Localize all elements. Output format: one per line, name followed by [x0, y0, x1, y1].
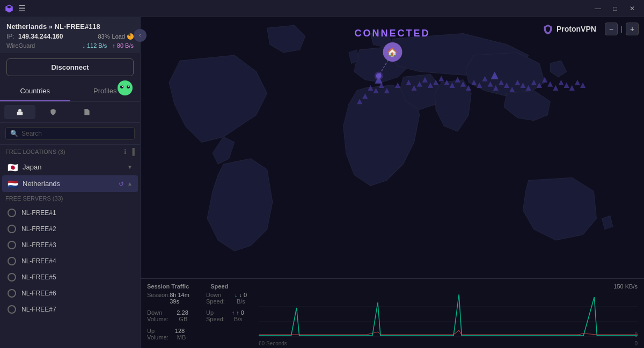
zoom-divider: |	[620, 25, 624, 33]
load-value: 83%	[98, 33, 109, 40]
main-layout: Netherlands » NL-FREE#118 IP: 149.34.244…	[0, 17, 644, 348]
server-item-nl2[interactable]: NL-FREE#2	[2, 221, 138, 237]
server-name-nl6: NL-FREE#6	[21, 290, 56, 297]
chart-time-right: 0	[634, 340, 638, 346]
filter-bar	[0, 102, 140, 123]
svg-point-4	[128, 86, 129, 87]
server-item-nl6[interactable]: NL-FREE#6	[2, 285, 138, 301]
server-item-nl7[interactable]: NL-FREE#7	[2, 301, 138, 317]
speed-max-value: 150 KB/s	[613, 283, 638, 290]
server-item-nl3[interactable]: NL-FREE#3	[2, 237, 138, 253]
zoom-controls: − | +	[605, 23, 639, 35]
info-icon[interactable]: ℹ	[124, 148, 127, 156]
filter-lock-button[interactable]	[4, 105, 35, 119]
down-speed-value: ↓ ↓ 0 B/s	[235, 292, 254, 308]
chart-time-left: 60 Seconds	[259, 340, 287, 346]
session-label: Session:	[147, 292, 170, 308]
maximize-button[interactable]: □	[608, 3, 623, 14]
netherlands-flag: 🇳🇱	[8, 180, 18, 188]
protocol-name: WireGuard	[6, 42, 35, 49]
svg-point-52	[376, 73, 382, 79]
server-dot	[8, 305, 16, 314]
logo-zoom-row: ProtonVPN − | +	[543, 23, 639, 35]
reconnect-icon[interactable]: ↺	[119, 180, 124, 188]
disconnect-button[interactable]: Disconnect	[6, 58, 134, 76]
japan-name: Japan	[23, 163, 127, 171]
tabs-bar: Countries Profiles	[0, 82, 140, 102]
chart-labels: 60 Seconds 0	[259, 340, 638, 346]
japan-flag: 🇯🇵	[8, 164, 18, 171]
up-speed-label: Up Speed:	[206, 309, 232, 326]
load-label: Load	[112, 33, 125, 40]
stats-panel: Session Traffic Speed 150 KB/s Session: …	[141, 278, 644, 348]
zoom-in-button[interactable]: +	[626, 23, 639, 35]
load-info: 83% Load	[98, 33, 134, 40]
up-speed: ↑ 80 B/s	[112, 42, 134, 49]
speed-right: 150 KB/s	[613, 283, 638, 290]
free-servers-header: FREE Servers (33)	[0, 192, 140, 205]
japan-chevron: ▼	[127, 164, 133, 170]
netherlands-chevron[interactable]: ▲	[127, 181, 133, 187]
proton-vpn-label: ProtonVPN	[557, 25, 596, 33]
server-dot	[8, 289, 16, 298]
chart-area: 60 Seconds 0 0	[259, 292, 638, 346]
server-item-nl4[interactable]: NL-FREE#4	[2, 253, 138, 269]
session-value: 8h 14m 39s	[170, 292, 195, 308]
down-speed-label: Down Speed:	[206, 292, 235, 308]
up-speed-arrow: ↑	[232, 309, 235, 316]
load-circle	[127, 33, 134, 40]
down-speed-row: Down Speed: ↓ ↓ 0 B/s	[206, 292, 254, 308]
map-area: CONNECTED 🏠 ProtonVPN − | +	[141, 17, 644, 278]
free-locations-header: FREE Locations (3) ℹ ▐	[0, 145, 140, 159]
server-dot	[8, 209, 16, 217]
svg-point-0	[118, 80, 133, 95]
server-name-nl2: NL-FREE#2	[21, 225, 56, 233]
up-speed-value: ↑ ↑ 0 B/s	[232, 309, 254, 326]
country-item-japan[interactable]: 🇯🇵 Japan ▼	[2, 159, 138, 175]
down-volume-row: Down Volume: 2.28 GB	[147, 309, 195, 326]
right-panel: CONNECTED 🏠 ProtonVPN − | +	[141, 17, 644, 348]
server-dot	[8, 257, 16, 265]
stats-grid: Session: 8h 14m 39s Down Speed: ↓ ↓ 0 B/…	[147, 292, 254, 344]
up-volume-value: 128 MB	[175, 328, 195, 344]
close-button[interactable]: ✕	[625, 3, 640, 14]
country-list: FREE Locations (3) ℹ ▐ 🇯🇵 Japan ▼ 🇳🇱 Net…	[0, 145, 140, 348]
connection-ip-row: IP: 149.34.244.160 83% Load	[6, 33, 134, 40]
collapse-button[interactable]: ‹	[134, 29, 147, 42]
search-input-wrap: 🔍	[5, 127, 135, 140]
minimize-button[interactable]: —	[590, 3, 605, 14]
netherlands-actions: ↺ ▲	[119, 180, 133, 188]
country-item-netherlands[interactable]: 🇳🇱 Netherlands ↺ ▲	[2, 175, 138, 192]
filter-arrow-button[interactable]	[105, 105, 136, 119]
ip-label: IP:	[6, 33, 14, 40]
proton-logo-icon	[4, 4, 14, 13]
free-locations-label: FREE Locations (3)	[5, 149, 65, 155]
speed-title: Speed	[210, 283, 228, 290]
filter-doc-button[interactable]	[71, 105, 103, 119]
scrollbar-indicator: ▐	[130, 148, 135, 156]
speed-zero-label: 0	[634, 332, 638, 338]
search-input[interactable]	[21, 130, 130, 137]
svg-point-3	[122, 86, 123, 87]
down-speed: ↓ 112 B/s	[82, 42, 107, 49]
server-name-nl4: NL-FREE#4	[21, 257, 56, 265]
svg-rect-5	[121, 82, 123, 86]
zoom-out-button[interactable]: −	[605, 23, 618, 35]
traffic-info: ↓ 112 B/s ↑ 80 B/s	[82, 42, 134, 49]
titlebar-left: ☰	[4, 3, 26, 13]
server-item-nl1[interactable]: NL-FREE#1	[2, 205, 138, 221]
hamburger-icon[interactable]: ☰	[18, 3, 26, 13]
down-volume-value: 2.28 GB	[177, 309, 195, 326]
server-name-nl1: NL-FREE#1	[21, 209, 56, 217]
connection-header: Netherlands » NL-FREE#118 IP: 149.34.244…	[0, 17, 140, 53]
filter-shield-button[interactable]	[38, 105, 69, 119]
window-controls: — □ ✕	[590, 3, 640, 14]
mascot-icon	[115, 77, 135, 97]
session-row: Session: 8h 14m 39s	[147, 292, 195, 308]
connection-server: Netherlands » NL-FREE#118	[6, 23, 134, 31]
server-item-nl5[interactable]: NL-FREE#5	[2, 269, 138, 285]
section-header-icons: ℹ ▐	[124, 148, 135, 156]
tab-countries[interactable]: Countries	[0, 82, 70, 101]
up-speed-row: Up Speed: ↑ ↑ 0 B/s	[206, 309, 254, 326]
stats-header: Session Traffic Speed 150 KB/s	[147, 283, 638, 290]
